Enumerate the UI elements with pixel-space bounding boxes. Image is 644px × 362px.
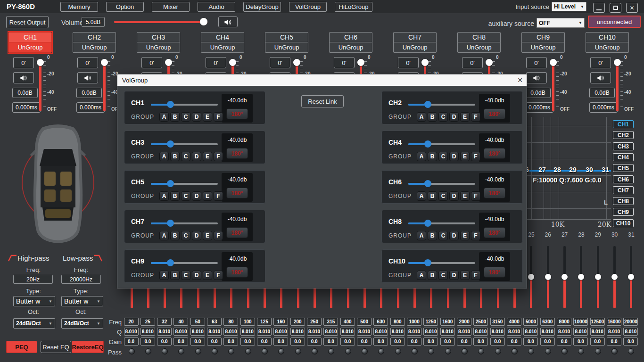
q-cell[interactable]: 8.010 (457, 328, 471, 336)
phase-180-button[interactable]: 180° (484, 148, 505, 159)
channel-fader-track[interactable] (552, 60, 554, 111)
phase-180-button[interactable]: 180° (484, 108, 505, 119)
band-slider-track-active[interactable] (580, 280, 582, 308)
channel-group-dropdown[interactable]: UnGroup (201, 42, 244, 53)
channel-fader-track[interactable] (103, 60, 106, 111)
group-button-d[interactable]: D (449, 191, 459, 201)
channel-mute-button[interactable] (590, 72, 611, 83)
group-button-d[interactable]: D (449, 112, 459, 122)
group-button-f[interactable]: F (471, 191, 480, 201)
band-slider-track[interactable] (530, 246, 532, 277)
group-button-a[interactable]: A (159, 271, 169, 280)
q-cell[interactable]: 8.010 (507, 328, 521, 336)
gain-cell[interactable]: 0.0 (490, 337, 505, 346)
phase-180-button[interactable]: 180° (226, 267, 248, 278)
delay-degrees-button[interactable]: 0' (398, 57, 419, 68)
channel-header-ch6[interactable]: CH6UnGroup (329, 32, 372, 53)
delay-degrees-button[interactable]: 0' (462, 57, 483, 68)
band-slider-track[interactable] (597, 246, 599, 277)
group-button-c[interactable]: C (181, 112, 190, 122)
pass-radio[interactable] (262, 348, 268, 354)
pass-radio[interactable] (478, 348, 484, 354)
channel-fader-handle[interactable] (101, 59, 108, 66)
band-slider-track[interactable] (613, 246, 616, 277)
lowpass-oct-dropdown[interactable]: 24dB/Oct▼ (61, 318, 103, 329)
gain-cell[interactable]: 0.0 (473, 337, 488, 346)
q-cell[interactable]: 8.010 (223, 328, 238, 336)
gain-cell[interactable]: 0.0 (373, 337, 388, 346)
channel-fader-handle[interactable] (165, 59, 172, 66)
freq-cell[interactable]: 2500 (473, 318, 488, 326)
group-button-f[interactable]: F (471, 271, 480, 280)
freq-cell[interactable]: 20 (124, 318, 139, 326)
group-button-f[interactable]: F (471, 231, 480, 240)
q-cell[interactable]: 8.010 (607, 328, 621, 336)
group-button-c[interactable]: C (438, 152, 448, 161)
gain-cell[interactable]: 0.0 (440, 337, 455, 346)
channel-group-dropdown[interactable]: UnGroup (521, 42, 565, 53)
channel-gain-value[interactable]: 0.0dB (76, 88, 102, 98)
eq-point-label[interactable]: 26 (527, 166, 530, 173)
freq-cell[interactable]: 6300 (540, 318, 555, 326)
eq-point-label[interactable]: 31 (601, 166, 610, 173)
q-cell[interactable]: 8.010 (557, 328, 571, 336)
delay-degrees-button[interactable]: 0' (13, 57, 34, 68)
volgroup-slider-handle[interactable] (424, 259, 431, 266)
gain-cell[interactable]: 0.0 (340, 337, 355, 346)
gain-cell[interactable]: 0.0 (523, 337, 538, 346)
gain-cell[interactable]: 0.0 (290, 337, 305, 346)
gain-cell[interactable]: 0.0 (407, 337, 421, 346)
channel-select-ch1[interactable]: CH1 (613, 120, 634, 128)
dialog-close-button[interactable]: ✕ (515, 75, 525, 85)
pass-radio[interactable] (561, 348, 568, 354)
volgroup-slider-track[interactable] (408, 104, 475, 106)
group-button-b[interactable]: B (170, 191, 180, 201)
channel-fader-handle[interactable] (229, 59, 236, 66)
group-button-f[interactable]: F (471, 112, 480, 122)
pass-radio[interactable] (362, 348, 368, 354)
freq-cell[interactable]: 630 (373, 318, 388, 326)
group-button-a[interactable]: A (159, 152, 169, 161)
channel-select-ch10[interactable]: CH10 (613, 219, 634, 227)
q-cell[interactable]: 8.010 (390, 328, 405, 336)
channel-fader-track[interactable] (39, 60, 41, 111)
q-cell[interactable]: 8.010 (473, 328, 488, 336)
menu-delaygroup[interactable]: DelayGroup (243, 2, 281, 12)
volgroup-slider-track[interactable] (151, 143, 218, 145)
channel-mute-button[interactable] (13, 72, 34, 83)
channel-header-ch2[interactable]: CH2UnGroup (73, 32, 116, 53)
channel-header-ch9[interactable]: CH9UnGroup (521, 32, 565, 53)
channel-group-dropdown[interactable]: UnGroup (329, 42, 372, 53)
pass-radio[interactable] (528, 348, 534, 354)
gain-cell[interactable]: 0.0 (457, 337, 471, 346)
group-button-d[interactable]: D (449, 271, 459, 280)
restore-eq-button[interactable]: RestoreEQ (72, 341, 104, 353)
q-cell[interactable]: 8.010 (440, 328, 455, 336)
reset-output-button[interactable]: Reset Output (6, 16, 49, 28)
freq-cell[interactable]: 32 (157, 318, 172, 326)
band-slider-handle[interactable] (578, 274, 584, 280)
channel-select-ch9[interactable]: CH9 (613, 208, 634, 216)
q-cell[interactable]: 8.010 (323, 328, 338, 336)
group-button-f[interactable]: F (214, 112, 223, 122)
freq-cell[interactable]: 63 (207, 318, 222, 326)
delay-degrees-button[interactable]: 0' (206, 57, 226, 68)
volgroup-slider-handle[interactable] (167, 220, 174, 227)
lowpass-freq-value[interactable]: 20000Hz (61, 275, 101, 284)
group-button-e[interactable]: E (460, 112, 470, 122)
pass-radio[interactable] (512, 348, 518, 354)
pass-radio[interactable] (278, 348, 284, 354)
channel-delay-value[interactable]: 0.000ms (12, 102, 41, 113)
freq-cell[interactable]: 200 (290, 318, 305, 326)
freq-cell[interactable]: 1000 (407, 318, 421, 326)
group-button-e[interactable]: E (460, 152, 470, 161)
volgroup-slider-track[interactable] (151, 104, 218, 106)
group-button-a[interactable]: A (417, 152, 426, 161)
q-cell[interactable]: 8.010 (423, 328, 438, 336)
delay-degrees-button[interactable]: 0' (141, 57, 162, 68)
band-slider-track[interactable] (547, 246, 549, 277)
band-slider-track-active[interactable] (530, 280, 532, 308)
menu-hilogroup[interactable]: HiLoGroup (335, 2, 372, 12)
phase-180-button[interactable]: 180° (484, 188, 505, 198)
group-button-f[interactable]: F (214, 191, 223, 201)
